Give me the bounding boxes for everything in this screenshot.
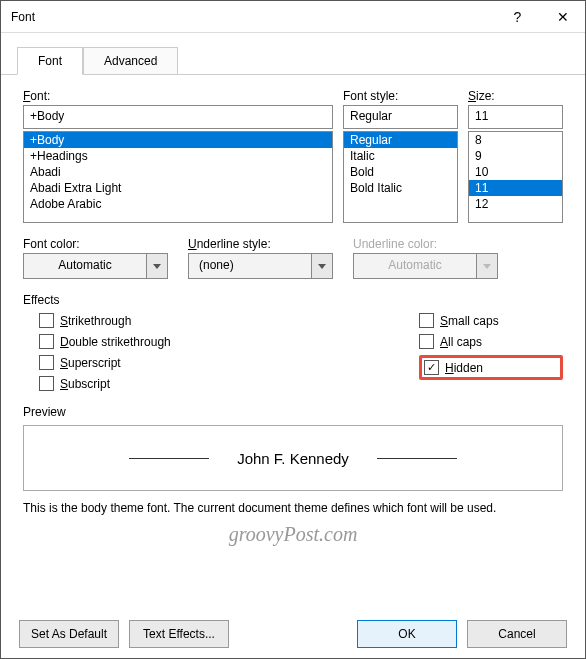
preview-note: This is the body theme font. The current… xyxy=(23,501,563,515)
list-item[interactable]: +Headings xyxy=(24,148,332,164)
tab-advanced[interactable]: Advanced xyxy=(83,47,178,75)
help-icon: ? xyxy=(514,9,522,25)
font-listbox[interactable]: +Body+HeadingsAbadiAbadi Extra LightAdob… xyxy=(23,131,333,223)
list-item[interactable]: Abadi xyxy=(24,164,332,180)
checkbox-superscript[interactable]: Superscript xyxy=(39,355,403,370)
list-item[interactable]: Bold xyxy=(344,164,457,180)
effects-label: Effects xyxy=(23,293,563,307)
font-input[interactable]: +Body xyxy=(23,105,333,129)
ok-button[interactable]: OK xyxy=(357,620,457,648)
dialog-title: Font xyxy=(11,10,495,24)
checkbox-box xyxy=(39,334,54,349)
label-size: Size: xyxy=(468,89,563,103)
underlinecolor-combo: Automatic xyxy=(353,253,498,279)
preview-box: John F. Kennedy xyxy=(23,425,563,491)
chevron-down-icon xyxy=(311,253,333,279)
checkbox-small-caps[interactable]: Small caps xyxy=(419,313,563,328)
label-fontcolor: Font color: xyxy=(23,237,168,251)
list-item[interactable]: Italic xyxy=(344,148,457,164)
list-item[interactable]: 8 xyxy=(469,132,562,148)
tab-content: Font: +Body +Body+HeadingsAbadiAbadi Ext… xyxy=(1,75,585,610)
checkbox-box xyxy=(419,334,434,349)
underlinestyle-combo[interactable]: (none) xyxy=(188,253,333,279)
text-effects-button[interactable]: Text Effects... xyxy=(129,620,229,648)
label-underlinestyle: Underline style: xyxy=(188,237,333,251)
size-input[interactable]: 11 xyxy=(468,105,563,129)
checkbox-box xyxy=(424,360,439,375)
list-item[interactable]: 10 xyxy=(469,164,562,180)
list-item[interactable]: Regular xyxy=(344,132,457,148)
button-bar: Set As Default Text Effects... OK Cancel xyxy=(1,610,585,658)
preview-sample: John F. Kennedy xyxy=(219,450,367,467)
checkbox-hidden[interactable]: Hidden xyxy=(419,355,563,380)
size-listbox[interactable]: 89101112 xyxy=(468,131,563,223)
list-item[interactable]: 11 xyxy=(469,180,562,196)
list-item[interactable]: 9 xyxy=(469,148,562,164)
tabstrip: Font Advanced xyxy=(1,33,585,75)
list-item[interactable]: Adobe Arabic xyxy=(24,196,332,212)
titlebar: Font ? ✕ xyxy=(1,1,585,33)
checkbox-box xyxy=(419,313,434,328)
label-underlinecolor: Underline color: xyxy=(353,237,498,251)
preview-label: Preview xyxy=(23,405,563,419)
close-icon: ✕ xyxy=(557,9,569,25)
set-as-default-button[interactable]: Set As Default xyxy=(19,620,119,648)
list-item[interactable]: 12 xyxy=(469,196,562,212)
chevron-down-icon xyxy=(146,253,168,279)
checkbox-label: Double strikethrough xyxy=(60,335,171,349)
label-font: Font: xyxy=(23,89,333,103)
fontstyle-listbox[interactable]: RegularItalicBoldBold Italic xyxy=(343,131,458,223)
checkbox-label: All caps xyxy=(440,335,482,349)
checkbox-double-strikethrough[interactable]: Double strikethrough xyxy=(39,334,403,349)
checkbox-label: Superscript xyxy=(60,356,121,370)
list-item[interactable]: Abadi Extra Light xyxy=(24,180,332,196)
effects-group: StrikethroughDouble strikethroughSupersc… xyxy=(23,313,563,391)
checkbox-label: Hidden xyxy=(445,361,483,375)
checkbox-label: Subscript xyxy=(60,377,110,391)
help-button[interactable]: ? xyxy=(495,1,540,32)
checkbox-subscript[interactable]: Subscript xyxy=(39,376,403,391)
checkbox-label: Strikethrough xyxy=(60,314,131,328)
checkbox-box xyxy=(39,376,54,391)
chevron-down-icon xyxy=(476,253,498,279)
label-fontstyle: Font style: xyxy=(343,89,458,103)
checkbox-box xyxy=(39,355,54,370)
cancel-button[interactable]: Cancel xyxy=(467,620,567,648)
fontstyle-input[interactable]: Regular xyxy=(343,105,458,129)
checkbox-label: Small caps xyxy=(440,314,499,328)
checkbox-all-caps[interactable]: All caps xyxy=(419,334,563,349)
fontcolor-combo[interactable]: Automatic xyxy=(23,253,168,279)
list-item[interactable]: Bold Italic xyxy=(344,180,457,196)
checkbox-strikethrough[interactable]: Strikethrough xyxy=(39,313,403,328)
list-item[interactable]: +Body xyxy=(24,132,332,148)
checkbox-box xyxy=(39,313,54,328)
font-dialog: Font ? ✕ Font Advanced Font: +Body +Body… xyxy=(0,0,586,659)
tab-font[interactable]: Font xyxy=(17,47,83,75)
close-button[interactable]: ✕ xyxy=(540,1,585,32)
watermark: groovyPost.com xyxy=(23,523,563,546)
